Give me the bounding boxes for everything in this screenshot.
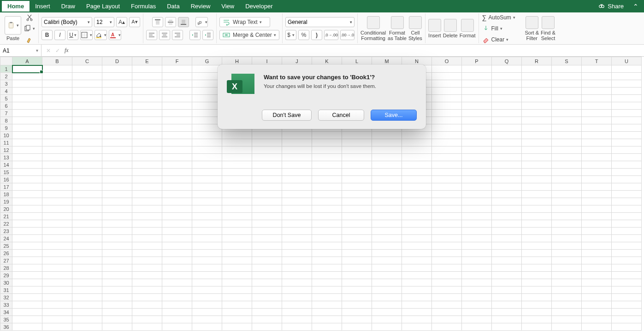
cell[interactable] [612, 205, 642, 213]
cell[interactable] [492, 191, 522, 198]
cell[interactable] [432, 257, 462, 264]
cell[interactable] [162, 205, 192, 213]
cell[interactable] [42, 309, 72, 316]
cell[interactable] [552, 294, 582, 301]
cell[interactable] [162, 316, 192, 323]
column-header[interactable]: S [552, 57, 582, 65]
cell[interactable] [192, 250, 222, 257]
cell[interactable] [582, 117, 612, 124]
cell[interactable] [492, 88, 522, 95]
cell[interactable] [12, 110, 42, 117]
row-header[interactable]: 5 [0, 95, 12, 102]
cell[interactable] [522, 323, 552, 331]
cell[interactable] [492, 205, 522, 213]
cell[interactable] [612, 146, 642, 154]
cell[interactable] [432, 301, 462, 309]
cell[interactable] [282, 183, 312, 191]
cell[interactable] [102, 73, 132, 80]
cell[interactable] [42, 191, 72, 198]
cell[interactable] [12, 154, 42, 161]
cell[interactable] [132, 169, 162, 176]
cell[interactable] [162, 242, 192, 250]
cell[interactable] [432, 65, 462, 73]
cell[interactable] [72, 228, 102, 235]
cell[interactable] [462, 146, 492, 154]
cell[interactable] [252, 139, 282, 146]
sort-filter-button[interactable]: AZ Sort & Filter [525, 16, 539, 41]
cell[interactable] [462, 279, 492, 286]
cell[interactable] [522, 309, 552, 316]
cell[interactable] [12, 80, 42, 88]
cell[interactable] [222, 323, 252, 331]
cell[interactable] [12, 301, 42, 309]
cell[interactable] [582, 169, 612, 176]
cell[interactable] [42, 183, 72, 191]
cell[interactable] [492, 242, 522, 250]
cell[interactable] [492, 73, 522, 80]
row-header[interactable]: 24 [0, 235, 12, 242]
row-header[interactable]: 29 [0, 272, 12, 279]
clear-button[interactable]: Clear [482, 35, 516, 45]
cell[interactable] [522, 88, 552, 95]
cell[interactable] [612, 124, 642, 132]
cell[interactable] [222, 228, 252, 235]
cell[interactable] [132, 220, 162, 228]
cell[interactable] [552, 88, 582, 95]
cell[interactable] [72, 250, 102, 257]
enter-formula-icon[interactable]: ✓ [55, 47, 60, 54]
cell[interactable] [42, 301, 72, 309]
cell[interactable] [12, 146, 42, 154]
cell[interactable] [432, 250, 462, 257]
cell[interactable] [162, 154, 192, 161]
row-header[interactable]: 6 [0, 102, 12, 110]
cell[interactable] [552, 169, 582, 176]
cell[interactable] [612, 198, 642, 205]
cell[interactable] [522, 139, 552, 146]
cell[interactable] [492, 220, 522, 228]
cell[interactable] [132, 294, 162, 301]
cell[interactable] [552, 191, 582, 198]
row-header[interactable]: 9 [0, 124, 12, 132]
cell[interactable] [582, 316, 612, 323]
cell[interactable] [342, 301, 372, 309]
cell[interactable] [132, 264, 162, 272]
cell[interactable] [582, 323, 612, 331]
cell[interactable] [372, 323, 402, 331]
cell[interactable] [342, 154, 372, 161]
cell[interactable] [222, 235, 252, 242]
select-all-corner[interactable] [0, 57, 12, 65]
cell[interactable] [432, 169, 462, 176]
cell[interactable] [402, 272, 432, 279]
cell[interactable] [552, 257, 582, 264]
cell[interactable] [522, 161, 552, 169]
row-header[interactable]: 11 [0, 139, 12, 146]
cell[interactable] [522, 102, 552, 110]
cell[interactable] [462, 235, 492, 242]
cell[interactable] [582, 65, 612, 73]
tab-draw[interactable]: Draw [56, 1, 81, 12]
cell[interactable] [252, 183, 282, 191]
cell[interactable] [462, 139, 492, 146]
cell[interactable] [192, 154, 222, 161]
cell[interactable] [432, 220, 462, 228]
format-cells-button[interactable]: Format [460, 19, 476, 38]
cell[interactable] [72, 88, 102, 95]
cell[interactable] [282, 286, 312, 294]
cell[interactable] [582, 146, 612, 154]
cell[interactable] [42, 95, 72, 102]
cell[interactable] [222, 294, 252, 301]
cell[interactable] [522, 198, 552, 205]
column-header[interactable]: M [372, 57, 402, 65]
cell[interactable] [72, 183, 102, 191]
cell[interactable] [132, 176, 162, 183]
cell[interactable] [162, 213, 192, 220]
cell-styles-button[interactable]: Cell Styles [408, 16, 422, 41]
cell[interactable] [522, 176, 552, 183]
cell[interactable] [282, 279, 312, 286]
cell[interactable] [342, 132, 372, 139]
cell[interactable] [72, 301, 102, 309]
cell[interactable] [12, 279, 42, 286]
cell[interactable] [282, 257, 312, 264]
cell[interactable] [312, 198, 342, 205]
cell[interactable] [132, 154, 162, 161]
